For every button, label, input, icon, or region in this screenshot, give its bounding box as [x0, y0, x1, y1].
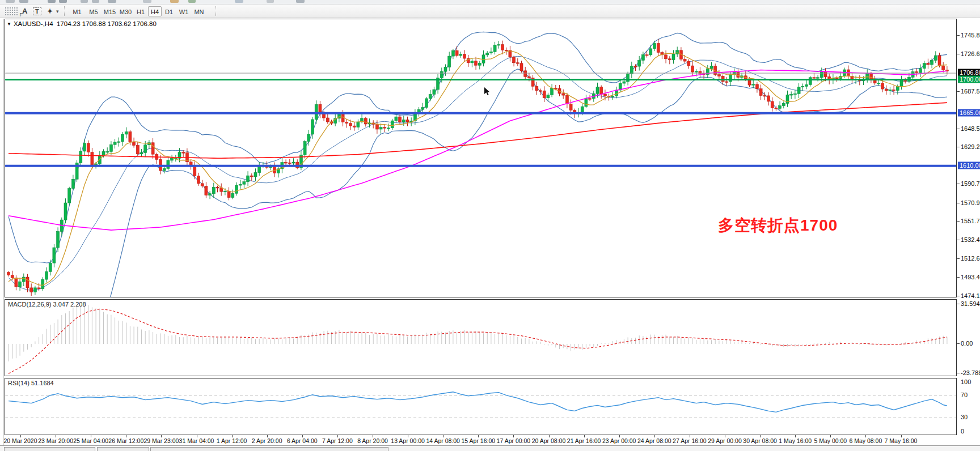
macd-indicator-panel[interactable]: [5, 299, 957, 376]
text-box-icon[interactable]: T: [31, 6, 43, 16]
candlestick-chart-canvas[interactable]: [5, 19, 956, 297]
price-axis-label: 1493.40: [961, 274, 980, 280]
chart-drag-handle-icon[interactable]: F: [4, 6, 19, 16]
price-axis-label: 1512.65: [961, 255, 980, 262]
clipped-icon: [235, 0, 243, 3]
time-axis-label: 8 Apr 20:00: [357, 437, 388, 444]
clipped-icon: [296, 0, 305, 3]
macd-label: MACD(12,26,9) 3.047 2.208: [8, 301, 86, 308]
time-axis[interactable]: 20 Mar 202023 Mar 20:0025 Mar 04:0026 Ma…: [5, 436, 957, 445]
price-tick-mark: [957, 203, 960, 203]
price-tick-mark: [957, 221, 960, 222]
clipped-icon: [170, 0, 179, 3]
rsi-axis-label: 0: [961, 428, 964, 435]
time-axis-label: 29 Apr 00:00: [708, 437, 742, 444]
macd-chart-canvas[interactable]: [5, 300, 956, 376]
time-axis-label: 1 May 16:00: [779, 437, 812, 444]
macd-axis-label: -23.788: [961, 369, 980, 376]
clipped-bottom-tabs: [0, 446, 980, 451]
clipped-icon: [6, 0, 15, 3]
timeframe-button-M15[interactable]: M15: [102, 6, 117, 16]
timeframe-button-H1[interactable]: H1: [134, 6, 147, 16]
timeframe-button-M30[interactable]: M30: [118, 6, 133, 16]
clipped-icon: [81, 0, 88, 3]
timeframe-button-M1[interactable]: M1: [69, 6, 85, 16]
time-axis-label: 6 Apr 04:00: [287, 437, 318, 444]
time-axis-label: 2 Apr 20:00: [252, 437, 282, 444]
clipped-icon: [59, 0, 67, 3]
timeframe-button-D1[interactable]: D1: [162, 6, 176, 16]
macd-histogram: [9, 305, 947, 361]
clipped-icon: [19, 0, 28, 3]
time-axis-label: 23 Mar 20:00: [38, 437, 73, 444]
bottom-tab[interactable]: [97, 447, 149, 451]
price-badge-1610.00: 1610.00: [958, 161, 980, 169]
price-axis-label: 1687.55: [961, 88, 980, 95]
price-axis-label: 1532.45: [961, 236, 980, 243]
chart-text-annotation[interactable]: 多空转折点1700: [718, 215, 838, 236]
bottom-tab[interactable]: [4, 447, 95, 451]
toolbar: F A T ✦ ▾ M1M5M15M30H1H4D1W1MN: [0, 5, 980, 18]
time-axis-label: 17 Apr 00:00: [497, 437, 531, 444]
time-axis-label: 7 Apr 12:00: [322, 437, 353, 444]
text-label-icon[interactable]: A: [20, 6, 29, 16]
toolbar-separator: [64, 6, 65, 16]
time-axis-label: 6 May 08:00: [849, 437, 882, 444]
price-axis-label: 1474.15: [961, 292, 980, 299]
shapes-icon[interactable]: ✦: [45, 6, 54, 16]
timeframe-button-MN[interactable]: MN: [192, 6, 206, 16]
price-axis-label: 1648.50: [961, 125, 980, 132]
time-axis-label: 7 May 16:00: [885, 437, 918, 444]
timeframe-button-M5[interactable]: M5: [86, 6, 102, 16]
macd-axis-label: 0.00: [961, 340, 973, 347]
macd-tick-mark: [957, 343, 960, 344]
time-axis-label: 29 Mar 23:00: [143, 437, 179, 444]
time-axis-label: 31 Mar 04:00: [179, 437, 214, 444]
rsi-chart-canvas[interactable]: [5, 378, 956, 435]
time-axis-label: 24 Apr 08:00: [637, 437, 671, 444]
price-tick-mark: [957, 184, 960, 184]
macd-axis-label: 31.594: [961, 300, 980, 307]
price-axis-label: 1726.60: [961, 50, 980, 57]
price-badge-1665.00: 1665.00: [958, 109, 980, 116]
time-axis-label: 1 Apr 12:00: [217, 437, 247, 444]
timeframe-button-W1[interactable]: W1: [176, 6, 191, 16]
chart-title: ▼XAUUSD-,H4 1704.23 1706.88 1703.62 1706…: [7, 20, 157, 27]
rsi-axis-label: 100: [961, 378, 971, 385]
shapes-dropdown-caret-icon[interactable]: ▾: [54, 6, 61, 16]
time-axis-label: 5 May 00:00: [814, 437, 847, 444]
timeframe-button-H4[interactable]: H4: [148, 6, 162, 16]
window-left-border: [3, 19, 3, 445]
rsi-axis-label: 30: [961, 414, 968, 420]
bollinger-bands: [9, 32, 947, 297]
clipped-icon: [48, 0, 56, 3]
time-axis-label: 27 Apr 16:00: [673, 437, 707, 444]
price-tick-mark: [957, 277, 960, 278]
time-axis-label: 30 Apr 08:00: [743, 437, 777, 444]
clipped-icon: [188, 0, 196, 3]
rsi-indicator-panel[interactable]: [5, 378, 957, 435]
time-axis-label: 13 Apr 00:00: [391, 437, 425, 444]
rsi-label: RSI(14) 51.1684: [8, 380, 54, 386]
price-tick-mark: [957, 258, 960, 259]
price-axis-label: 1629.25: [961, 143, 980, 150]
time-axis-label: 15 Apr 16:00: [462, 437, 496, 444]
collapse-arrow-icon[interactable]: ▼: [7, 22, 11, 27]
time-axis-label: 26 Mar 12:00: [108, 437, 143, 444]
price-tick-mark: [957, 35, 960, 36]
price-tick-mark: [957, 129, 960, 129]
price-axis-label: 1570.95: [961, 199, 980, 206]
price-tick-mark: [957, 296, 960, 296]
clipped-icon: [92, 0, 99, 3]
price-axis-label: 1745.85: [961, 32, 980, 39]
time-axis-label: 23 Apr 00:00: [602, 437, 636, 444]
price-tick-mark: [957, 91, 960, 92]
time-axis-label: 20 Apr 08:00: [532, 437, 566, 444]
price-badge-1700.00: 1700.00: [958, 75, 980, 83]
toolbar-separator: [216, 6, 216, 16]
clipped-toolbar-row: [0, 0, 980, 5]
rsi-line: [9, 392, 947, 412]
time-axis-label: 21 Apr 16:00: [567, 437, 601, 444]
bottom-tab[interactable]: [150, 447, 388, 451]
main-price-chart[interactable]: [5, 19, 957, 297]
